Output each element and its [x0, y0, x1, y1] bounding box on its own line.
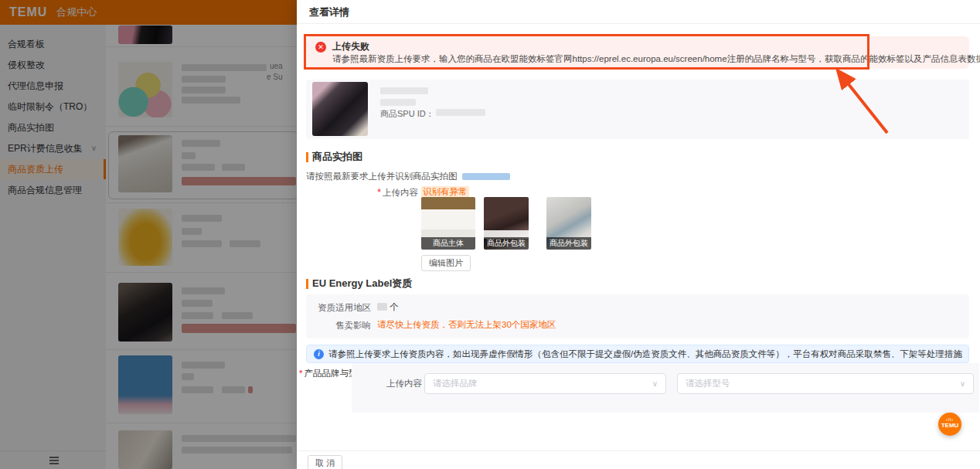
app-root: TEMU 合规中心 合规看板 侵权整改 代理信息申报 临时限制令（TRO） 商品…: [0, 0, 980, 469]
required-asterisk: *: [299, 369, 302, 378]
alert-title: 上传失败: [332, 40, 960, 53]
product-thumbnail[interactable]: [118, 355, 172, 414]
temu-float-button[interactable]: ıllı TEMU: [938, 413, 961, 436]
sidebar-item-agent-info[interactable]: 代理信息申报: [0, 76, 106, 96]
model-select-placeholder: 请选择型号: [686, 378, 960, 389]
photo-thumb-package-1[interactable]: 商品外包装: [484, 197, 529, 250]
temu-logo: TEMU: [9, 5, 47, 19]
chevron-down-icon: ∨: [91, 144, 97, 152]
divider: [297, 23, 980, 24]
product-thumbnail[interactable]: [118, 283, 172, 342]
photos-section-title: 商品实拍图: [312, 150, 362, 164]
section-accent-bar: [306, 152, 308, 162]
photo-caption: 商品外包装: [546, 237, 591, 250]
region-label: 资质适用地区: [306, 302, 371, 314]
info-icon: i: [314, 349, 324, 359]
redacted-count: [377, 303, 387, 311]
chevron-down-icon: ∨: [960, 379, 965, 388]
brand-model-panel: 上传内容 请选择品牌 ∨ 请选择型号 ∨: [352, 363, 979, 413]
section-accent-bar: [306, 279, 308, 289]
spu-id-label: 商品SPU ID：: [380, 108, 434, 120]
brand-select-placeholder: 请选择品牌: [433, 378, 652, 389]
text-fragment: uea: [270, 62, 283, 70]
product-thumbnail[interactable]: [118, 430, 172, 469]
sidebar-footer: [0, 450, 106, 469]
model-select[interactable]: 请选择型号 ∨: [677, 373, 974, 394]
top-header: TEMU 合规中心: [0, 0, 297, 25]
photos-instruction: 请按照最新要求上传并识别商品实拍图: [306, 171, 510, 182]
drawer-title: 查看详情: [309, 5, 349, 19]
sidebar-item-compliance-board[interactable]: 合规看板: [0, 34, 106, 54]
product-summary-card: 商品SPU ID：: [306, 80, 969, 139]
detail-drawer: 查看详情 ✕ 上传失败 请参照最新资质上传要求，输入您的商品在欧盟能效标签官网h…: [297, 0, 980, 469]
photo-caption: 商品主体: [421, 237, 475, 250]
upload-failed-alert: ✕ 上传失败 请参照最新资质上传要求，输入您的商品在欧盟能效标签官网https:…: [306, 36, 969, 69]
app-title: 合规中心: [56, 5, 97, 19]
product-thumbnail[interactable]: [118, 135, 172, 192]
brand-select[interactable]: 请选择品牌 ∨: [424, 373, 666, 394]
product-thumbnail: [312, 82, 368, 136]
qualification-region-card: 资质适用地区 个 售卖影响 请尽快上传资质，否则无法上架30个国家地区: [306, 294, 969, 338]
impact-label: 售卖影响: [306, 320, 371, 331]
sidebar-item-compliance-info[interactable]: 商品合规信息管理: [0, 180, 106, 200]
edit-images-button[interactable]: 编辑图片: [421, 255, 471, 271]
sidebar-item-qualification-upload[interactable]: 商品资质上传: [0, 159, 106, 179]
alert-message: 请参照最新资质上传要求，输入您的商品在欧盟能效标签官网https://eprel…: [332, 53, 960, 65]
sidebar-item-tro[interactable]: 临时限制令（TRO）: [0, 97, 106, 117]
photo-thumb-main[interactable]: 商品主体: [421, 197, 475, 250]
photo-caption: 商品外包装: [484, 237, 529, 250]
sidebar-item-product-photos[interactable]: 商品实拍图: [0, 117, 106, 138]
redacted-spu-id: [436, 109, 485, 116]
info-notice-bar: i 请参照上传要求上传资质内容，如出现弄虚作假情形（包含但不限于提交虚假/伪造资…: [306, 345, 969, 363]
product-thumbnail[interactable]: [118, 209, 172, 266]
collapse-sidebar-icon[interactable]: [48, 457, 59, 464]
product-thumbnail[interactable]: [118, 25, 172, 44]
redacted-link[interactable]: [462, 173, 510, 180]
sidebar: 合规看板 侵权整改 代理信息申报 临时限制令（TRO） 商品实拍图 EPR计费信…: [0, 25, 106, 469]
error-icon: ✕: [315, 42, 326, 53]
footer-divider: [297, 450, 980, 451]
product-thumbnail[interactable]: [118, 62, 172, 117]
sidebar-item-epr[interactable]: EPR计费信息收集 ∨: [0, 138, 106, 158]
region-value: 个: [377, 301, 399, 313]
impact-warning-text: 请尽快上传资质，否则无法上架30个国家地区: [377, 319, 556, 331]
product-list: uea e Su: [106, 0, 297, 469]
required-asterisk: *: [377, 187, 381, 198]
upload-content-label: 上传内容: [386, 378, 422, 389]
upload-content-label: *上传内容: [306, 187, 418, 199]
photo-thumb-package-2[interactable]: 商品外包装: [546, 197, 591, 250]
sidebar-item-infringement[interactable]: 侵权整改: [0, 55, 106, 75]
energy-section-title: EU Energy Label资质: [312, 277, 412, 291]
chevron-down-icon: ∨: [652, 379, 658, 388]
cancel-button[interactable]: 取消: [308, 455, 342, 469]
redacted-subtitle: [380, 99, 416, 106]
text-fragment: e Su: [267, 73, 283, 81]
redacted-title: [380, 87, 428, 94]
